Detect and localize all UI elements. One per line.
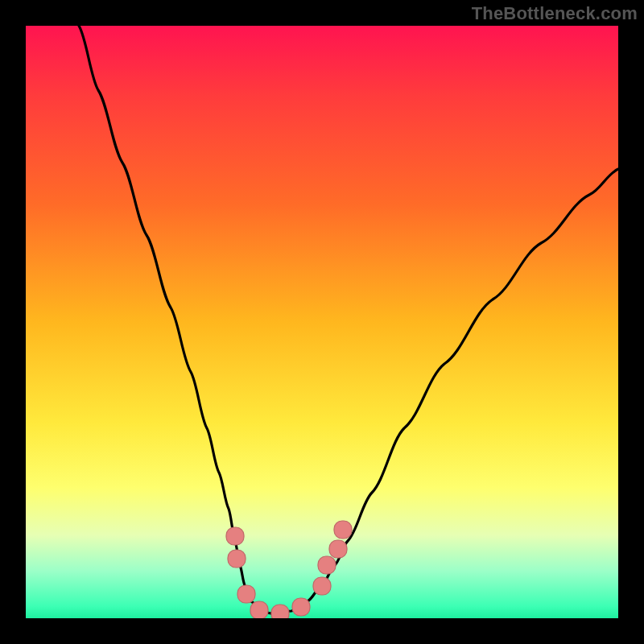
curve-marker — [313, 577, 331, 595]
curve-right — [271, 169, 618, 613]
plot-area — [26, 26, 618, 618]
curve-marker — [318, 556, 336, 574]
curve-marker — [250, 601, 268, 618]
curve-marker — [237, 585, 255, 603]
curve-marker — [292, 598, 310, 616]
curve-marker — [271, 605, 289, 618]
curve-left — [79, 26, 271, 613]
curve-marker — [228, 550, 246, 568]
curve-marker — [329, 540, 347, 558]
curve-marker-group — [226, 521, 352, 618]
watermark-text: TheBottleneck.com — [472, 3, 638, 24]
curve-marker — [334, 521, 352, 539]
curve-marker — [226, 527, 244, 545]
bottleneck-curve-chart — [26, 26, 618, 618]
chart-frame: TheBottleneck.com — [0, 0, 644, 644]
